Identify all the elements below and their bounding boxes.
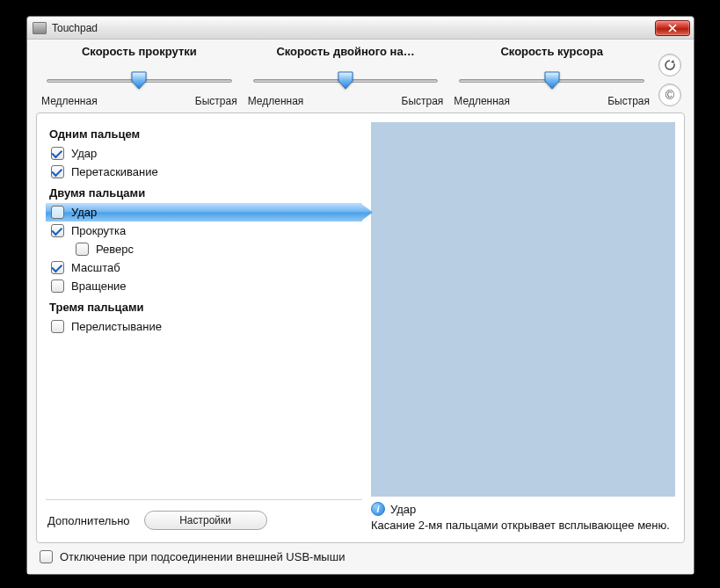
close-button[interactable] — [655, 20, 690, 36]
section-one-finger: Одним пальцем — [46, 122, 362, 144]
item-two-finger-rotate[interactable]: Вращение — [46, 277, 362, 295]
item-two-finger-zoom[interactable]: Масштаб — [46, 258, 362, 277]
hint-text: Касание 2-мя пальцами открывает всплываю… — [371, 518, 675, 534]
item-one-finger-drag[interactable]: Перетаскивание — [46, 163, 362, 181]
settings-window: Touchpad Скорость прокрутки Медленная Бы… — [26, 16, 695, 575]
reset-button[interactable] — [658, 54, 681, 76]
item-label: Прокрутка — [71, 224, 126, 237]
item-label: Вращение — [71, 279, 127, 293]
gesture-list: Одним пальцем Удар Перетаскивание Двумя … — [46, 122, 362, 534]
slider-thumb[interactable] — [337, 70, 354, 90]
item-label: Реверс — [96, 243, 134, 256]
item-two-finger-tap[interactable]: Удар — [46, 203, 362, 221]
disable-on-usb-label: Отключение при подсоединении внешней USB… — [60, 550, 345, 563]
side-buttons: © — [655, 45, 685, 106]
item-three-finger-swipe[interactable]: Перелистывание — [46, 317, 362, 336]
item-label: Перетаскивание — [71, 165, 158, 178]
disable-on-usb-checkbox[interactable] — [40, 550, 53, 563]
slider-track[interactable] — [452, 63, 651, 93]
slider-max-label: Быстрая — [195, 95, 237, 107]
copyright-icon: © — [665, 88, 674, 102]
slider-max-label: Быстрая — [607, 95, 650, 107]
checkbox[interactable] — [51, 224, 64, 237]
checkbox[interactable] — [51, 147, 64, 160]
item-two-finger-reverse[interactable]: Реверс — [46, 240, 362, 258]
checkbox[interactable] — [51, 279, 64, 293]
section-three-finger: Тремя пальцами — [46, 295, 362, 317]
info-button[interactable]: © — [658, 83, 681, 106]
slider-min-label: Медленная — [248, 95, 304, 107]
item-two-finger-scroll[interactable]: Прокрутка — [46, 221, 362, 240]
footer-row: Дополнительно Настройки — [46, 507, 362, 534]
slider-track[interactable] — [246, 63, 446, 93]
hint-title: Удар — [390, 503, 416, 516]
section-two-finger: Двумя пальцами — [46, 181, 362, 203]
item-label: Перелистывание — [71, 320, 162, 333]
bottom-bar: Отключение при подсоединении внешней USB… — [36, 543, 685, 563]
slider-scroll-speed: Скорость прокрутки Медленная Быстрая — [36, 45, 243, 107]
content-area: Скорость прокрутки Медленная Быстрая Ско… — [27, 40, 694, 574]
slider-title: Скорость двойного на… — [246, 45, 446, 58]
checkbox[interactable] — [51, 206, 64, 219]
slider-thumb[interactable] — [543, 70, 561, 90]
checkbox[interactable] — [51, 320, 64, 333]
checkbox[interactable] — [76, 243, 89, 256]
advanced-label: Дополнительно — [47, 514, 130, 527]
titlebar[interactable]: Touchpad — [27, 17, 694, 40]
sliders-row: Скорость прокрутки Медленная Быстрая Ско… — [36, 45, 685, 107]
window-icon — [33, 22, 47, 34]
window-title: Touchpad — [52, 22, 655, 34]
item-label: Масштаб — [71, 261, 120, 274]
item-label: Удар — [71, 206, 97, 219]
slider-max-label: Быстрая — [402, 95, 444, 107]
item-label: Удар — [71, 147, 97, 160]
settings-button[interactable]: Настройки — [144, 511, 267, 530]
slider-double-tap-speed: Скорость двойного на… Медленная Быстрая — [243, 45, 449, 107]
info-icon: i — [371, 502, 385, 516]
checkbox[interactable] — [51, 165, 64, 178]
gesture-preview — [371, 122, 675, 497]
preview-column: i Удар Касание 2-мя пальцами открывает в… — [371, 122, 675, 534]
slider-title: Скорость прокрутки — [40, 45, 239, 58]
close-icon — [668, 24, 677, 33]
slider-thumb[interactable] — [130, 70, 148, 90]
slider-cursor-speed: Скорость курсора Медленная Быстрая — [448, 45, 655, 107]
slider-min-label: Медленная — [454, 95, 510, 107]
slider-track[interactable] — [40, 63, 239, 93]
item-one-finger-tap[interactable]: Удар — [46, 144, 362, 163]
checkbox[interactable] — [51, 261, 64, 274]
slider-title: Скорость курсора — [452, 45, 651, 58]
refresh-icon — [663, 58, 677, 72]
main-panel: Одним пальцем Удар Перетаскивание Двумя … — [36, 113, 685, 543]
slider-min-label: Медленная — [41, 95, 98, 107]
